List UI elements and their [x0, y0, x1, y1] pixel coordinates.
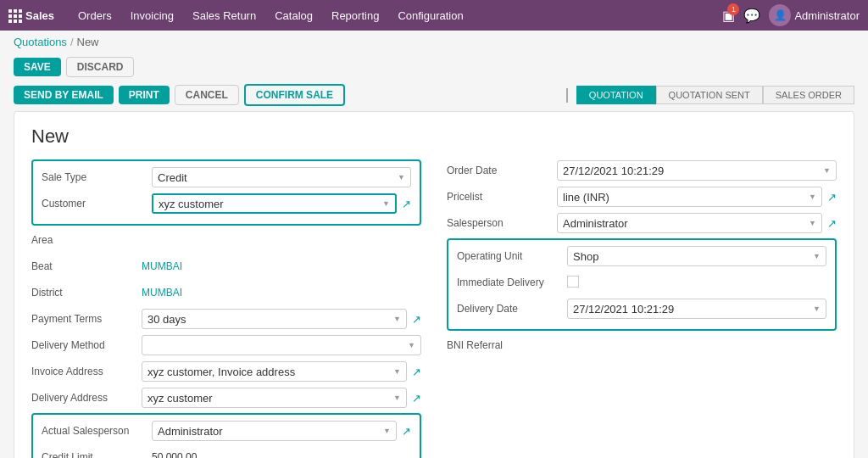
actual-salesperson-label: Actual Salesperson: [42, 425, 152, 437]
area-label: Area: [31, 234, 142, 246]
delivery-address-ext-link[interactable]: ↗: [412, 392, 421, 405]
discard-button[interactable]: DISCARD: [66, 57, 135, 77]
form-columns: Sale Type Credit ▼ Customer xyz customer…: [31, 159, 837, 458]
beat-row: Beat MUMBAI: [31, 255, 421, 277]
delivery-address-label: Delivery Address: [31, 392, 142, 404]
invoice-address-label: Invoice Address: [31, 366, 142, 377]
sale-customer-section: Sale Type Credit ▼ Customer xyz customer…: [31, 159, 421, 226]
customer-select[interactable]: xyz customer ▼: [152, 193, 397, 214]
payment-terms-value: 30 days: [147, 313, 186, 326]
operating-unit-section: Operating Unit Shop ▼ Immediate Delivery: [447, 238, 837, 331]
operating-unit-row: Operating Unit Shop ▼: [457, 245, 826, 267]
salesperson-ext-link[interactable]: ↗: [827, 217, 837, 230]
operating-unit-select[interactable]: Shop ▼: [567, 246, 826, 266]
customer-input: xyz customer ▼ ↗: [152, 193, 411, 214]
area-row: Area: [31, 229, 421, 251]
invoice-address-ext-link[interactable]: ↗: [412, 366, 421, 378]
payment-terms-select[interactable]: 30 days ▼: [142, 309, 407, 329]
chat-icon[interactable]: 💬: [743, 8, 760, 24]
pricelist-value: line (INR): [563, 191, 609, 204]
nav-catalog[interactable]: Catalog: [266, 6, 321, 25]
pricelist-select[interactable]: line (INR) ▼: [557, 187, 822, 207]
payment-terms-row: Payment Terms 30 days ▼ ↗: [31, 308, 421, 330]
sale-type-input: Credit ▼: [152, 167, 411, 187]
user-name: Administrator: [794, 9, 860, 22]
delivery-method-chevron: ▼: [408, 341, 415, 349]
order-date-label: Order Date: [447, 165, 557, 176]
status-checkbox[interactable]: [566, 88, 568, 103]
status-tab-order[interactable]: SALES ORDER: [763, 86, 854, 104]
bni-referral-label: BNI Referral: [447, 339, 557, 351]
nav-reporting[interactable]: Reporting: [323, 6, 387, 25]
breadcrumb-separator: /: [70, 36, 74, 48]
operating-unit-chevron: ▼: [813, 252, 821, 260]
breadcrumb-parent[interactable]: Quotations: [14, 36, 67, 48]
save-button[interactable]: SAVE: [14, 58, 61, 76]
user-menu[interactable]: 👤 Administrator: [769, 4, 860, 26]
status-tab-quotation[interactable]: QUOTATION: [576, 86, 656, 104]
delivery-date-select[interactable]: 27/12/2021 10:21:29 ▼: [567, 299, 826, 319]
immediate-delivery-row: Immediate Delivery: [457, 271, 826, 293]
form-title: New: [31, 126, 837, 148]
nav-orders[interactable]: Orders: [70, 6, 120, 25]
sale-type-chevron: ▼: [398, 173, 405, 182]
delivery-method-row: Delivery Method ▼: [31, 334, 421, 356]
print-button[interactable]: PRINT: [119, 86, 170, 104]
customer-chevron: ▼: [382, 199, 390, 208]
salesperson-credit-section: Actual Salesperson Administrator ▼ ↗ Cre…: [31, 413, 421, 458]
salesperson-select[interactable]: Administrator ▼: [557, 213, 822, 233]
customer-ext-link[interactable]: ↗: [402, 198, 411, 210]
right-column: Order Date 27/12/2021 10:21:29 ▼ Priceli…: [447, 159, 837, 458]
beat-value: MUMBAI: [142, 260, 421, 272]
salesperson-input: Administrator ▼ ↗: [557, 213, 837, 233]
immediate-delivery-value[interactable]: [567, 276, 826, 290]
delivery-date-label: Delivery Date: [457, 303, 567, 315]
send-email-button[interactable]: SEND BY EMAIL: [14, 86, 114, 104]
confirm-sale-button[interactable]: CONFIRM SALE: [244, 84, 345, 106]
customer-label: Customer: [42, 198, 152, 209]
nav-invoicing[interactable]: Invoicing: [122, 6, 182, 25]
status-tab-sent[interactable]: QUOTATION SENT: [656, 86, 763, 104]
salesperson-chevron: ▼: [809, 219, 816, 227]
sale-type-select[interactable]: Credit ▼: [152, 167, 411, 187]
delivery-address-select[interactable]: xyz customer ▼: [142, 388, 407, 408]
immediate-delivery-checkbox[interactable]: [567, 276, 579, 288]
salesperson-row: Salesperson Administrator ▼ ↗: [447, 212, 837, 234]
immediate-delivery-label: Immediate Delivery: [457, 276, 567, 288]
nav-sales-return[interactable]: Sales Return: [184, 6, 264, 25]
delivery-date-row: Delivery Date 27/12/2021 10:21:29 ▼: [457, 298, 826, 320]
activity-icon[interactable]: ▣ 1: [722, 8, 735, 24]
breadcrumb: Quotations / New: [0, 31, 868, 53]
payment-terms-ext-link[interactable]: ↗: [412, 313, 421, 326]
nav-menu: Orders Invoicing Sales Return Catalog Re…: [70, 6, 715, 25]
delivery-date-input: 27/12/2021 10:21:29 ▼: [567, 299, 826, 319]
delivery-address-chevron: ▼: [393, 394, 401, 402]
customer-value: xyz customer: [159, 198, 224, 210]
invoice-address-select[interactable]: xyz customer, Invoice address ▼: [142, 361, 407, 382]
delivery-date-value: 27/12/2021 10:21:29: [573, 303, 674, 316]
order-date-input: 27/12/2021 10:21:29 ▼: [557, 160, 837, 181]
salesperson-value: Administrator: [563, 217, 628, 230]
order-date-select[interactable]: 27/12/2021 10:21:29 ▼: [557, 160, 837, 181]
actual-salesperson-ext-link[interactable]: ↗: [402, 425, 411, 438]
pricelist-ext-link[interactable]: ↗: [827, 191, 837, 204]
invoice-address-value: xyz customer, Invoice address: [147, 366, 295, 378]
actual-salesperson-input: Administrator ▼ ↗: [152, 421, 411, 441]
operating-unit-label: Operating Unit: [457, 250, 567, 262]
delivery-method-label: Delivery Method: [31, 339, 142, 351]
invoice-address-row: Invoice Address xyz customer, Invoice ad…: [31, 360, 421, 383]
delivery-address-value: xyz customer: [147, 392, 213, 405]
app-brand[interactable]: Sales: [8, 9, 54, 22]
actual-salesperson-select[interactable]: Administrator ▼: [152, 421, 397, 441]
delivery-method-select[interactable]: ▼: [142, 335, 421, 355]
payment-terms-label: Payment Terms: [31, 313, 142, 325]
action-bar-workflow: SEND BY EMAIL PRINT CANCEL CONFIRM SALE …: [0, 81, 868, 111]
delivery-address-input: xyz customer ▼ ↗: [142, 388, 421, 408]
bni-referral-row: BNI Referral: [447, 334, 837, 356]
cancel-button[interactable]: CANCEL: [175, 85, 239, 105]
actual-salesperson-chevron: ▼: [383, 427, 391, 435]
nav-configuration[interactable]: Configuration: [389, 6, 471, 25]
district-row: District MUMBAI: [31, 282, 421, 304]
sale-type-value: Credit: [158, 171, 187, 184]
invoice-address-chevron: ▼: [393, 367, 401, 376]
